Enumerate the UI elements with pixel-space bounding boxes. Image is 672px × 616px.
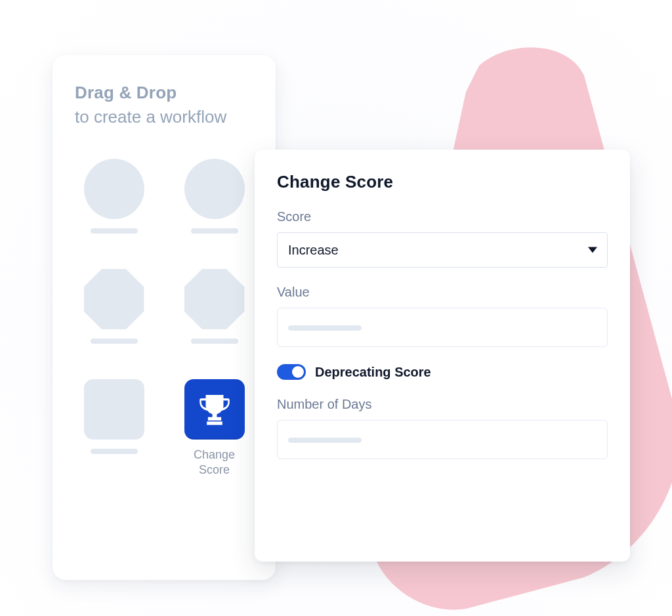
- value-label: Value: [277, 285, 608, 300]
- placeholder-skeleton: [288, 325, 362, 331]
- placeholder-circle-icon: [84, 159, 144, 219]
- palette-item-circle-1[interactable]: [84, 159, 144, 234]
- placeholder-circle-icon: [184, 159, 245, 219]
- placeholder-skeleton: [288, 438, 362, 443]
- score-label: Score: [277, 209, 608, 224]
- palette-item-octagon-1[interactable]: [84, 269, 144, 344]
- days-label: Number of Days: [277, 397, 608, 412]
- placeholder-label-line: [191, 339, 238, 344]
- placeholder-square-icon: [84, 379, 144, 440]
- trophy-icon: [184, 379, 245, 440]
- change-score-config-card: Change Score Score Increase Value Deprec…: [255, 150, 630, 562]
- placeholder-label-line: [91, 449, 138, 454]
- placeholder-octagon-icon: [184, 269, 245, 329]
- config-title: Change Score: [277, 172, 608, 192]
- score-select[interactable]: Increase: [277, 232, 608, 268]
- value-input[interactable]: [277, 308, 608, 347]
- placeholder-label-line: [91, 339, 138, 344]
- placeholder-label-line: [191, 228, 238, 234]
- palette-item-label-change-score: Change Score: [194, 447, 235, 477]
- palette-grid: Change Score: [75, 159, 253, 477]
- palette-item-square[interactable]: [84, 379, 144, 477]
- score-select-wrap: Increase: [277, 232, 608, 268]
- placeholder-label-line: [91, 228, 138, 234]
- deprecating-toggle-row: Deprecating Score: [277, 364, 608, 380]
- deprecating-toggle[interactable]: [277, 364, 306, 380]
- palette-subtitle: to create a workflow: [75, 107, 253, 127]
- deprecating-toggle-label: Deprecating Score: [315, 365, 431, 380]
- days-input[interactable]: [277, 420, 608, 459]
- palette-card: Drag & Drop to create a workflow: [52, 55, 276, 580]
- palette-item-change-score[interactable]: Change Score: [184, 379, 245, 477]
- placeholder-octagon-icon: [84, 269, 144, 329]
- palette-item-octagon-2[interactable]: [184, 269, 245, 344]
- stage: Drag & Drop to create a workflow: [0, 0, 672, 616]
- palette-title: Drag & Drop: [75, 83, 253, 103]
- palette-item-circle-2[interactable]: [184, 159, 245, 234]
